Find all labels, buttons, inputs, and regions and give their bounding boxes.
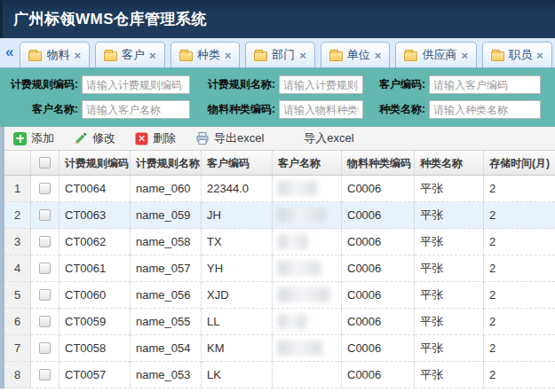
- filter-label: 计费规则名称:: [197, 77, 279, 92]
- material-category-code-input[interactable]: [279, 100, 363, 119]
- header-customer-code[interactable]: 客户编码: [202, 151, 273, 176]
- header-category-name[interactable]: 种类名称: [415, 151, 484, 176]
- cell-billing-rule-code: CT0061: [59, 255, 131, 282]
- row-number: 5: [4, 282, 31, 309]
- redacted-blur: [278, 208, 326, 223]
- filter-panel: 计费规则编码: 计费规则名称: 客户编码: 客户名称: 物料种类编码:: [0, 68, 555, 127]
- cell-material-category-code: C0006: [342, 229, 415, 255]
- collapse-tabs-icon[interactable]: «: [4, 39, 17, 67]
- close-tab-icon[interactable]: ×: [461, 49, 468, 62]
- tab-staff[interactable]: 职员 ×: [482, 42, 552, 67]
- table-row[interactable]: 1 CT0064 name_060 22344.0 C0006 平张 2: [4, 176, 555, 202]
- row-checkbox-cell: [31, 229, 59, 255]
- table-row-selected[interactable]: 2 CT0063 name_059 JH C0006 平张 2: [4, 202, 555, 229]
- cell-category-name: 平张: [415, 176, 484, 202]
- cell-storage-months: 2: [484, 229, 555, 255]
- tab-departments[interactable]: 部门 ×: [245, 42, 315, 67]
- row-checkbox[interactable]: [39, 209, 51, 221]
- row-checkbox[interactable]: [39, 183, 51, 194]
- folder-icon: [179, 51, 193, 61]
- table-row[interactable]: 7 CT0058 name_054 KM C0006 平张 2: [4, 335, 555, 362]
- table-row[interactable]: 6 CT0059 name_055 LL C0006 平张 2: [4, 309, 555, 335]
- cell-billing-rule-name: name_056: [131, 282, 202, 309]
- header-billing-rule-code[interactable]: 计费规则编码: [59, 151, 131, 176]
- filter-row-1: 计费规则编码: 计费规则名称: 客户编码:: [5, 75, 550, 94]
- cell-material-category-code: C0006: [342, 335, 415, 362]
- cell-storage-months: 2: [484, 362, 555, 388]
- row-checkbox-cell: [31, 255, 59, 282]
- row-number: 6: [4, 309, 31, 335]
- billing-rule-name-input[interactable]: [279, 75, 363, 94]
- category-name-input[interactable]: [429, 100, 541, 119]
- cell-storage-months: 2: [484, 255, 555, 282]
- tab-categories[interactable]: 种类 ×: [170, 42, 241, 67]
- customer-code-input[interactable]: [429, 75, 541, 94]
- cell-material-category-code: C0006: [342, 202, 415, 229]
- table-row[interactable]: 8 CT0057 name_053 LK C0006 平张 2: [4, 362, 555, 388]
- export-excel-button[interactable]: 导出excel: [195, 130, 264, 146]
- cell-category-name: 平张: [415, 255, 484, 282]
- cell-material-category-code: C0006: [342, 176, 415, 202]
- printer-icon: [195, 131, 210, 145]
- redacted-blur: [278, 287, 329, 302]
- row-checkbox[interactable]: [39, 369, 51, 380]
- close-tab-icon[interactable]: ×: [149, 49, 156, 62]
- cell-storage-months: 2: [484, 282, 555, 309]
- add-button[interactable]: 添加: [13, 130, 54, 146]
- row-checkbox[interactable]: [39, 263, 51, 274]
- cell-billing-rule-name: name_058: [131, 229, 202, 255]
- redacted-blur: [278, 234, 308, 249]
- select-all-checkbox[interactable]: [39, 157, 51, 169]
- row-checkbox-cell: [31, 176, 59, 202]
- cell-category-name: 平张: [415, 362, 484, 388]
- grid-panel: 添加 修改 ✕ 删除 导出excel: [0, 127, 555, 388]
- row-checkbox[interactable]: [39, 236, 51, 247]
- cell-customer-code: JH: [202, 202, 273, 229]
- grid-header-row: 计费规则编码 计费规则名称 客户编码 客户名称 物料种类编码 种类名称 存储时间…: [4, 151, 555, 176]
- import-excel-button[interactable]: 导入excel: [299, 130, 353, 146]
- header-material-category-code[interactable]: 物料种类编码: [342, 151, 415, 176]
- cell-storage-months: 2: [484, 309, 555, 335]
- delete-icon: ✕: [135, 132, 148, 145]
- header-storage-months[interactable]: 存储时间(月): [484, 151, 555, 176]
- tab-label: 部门: [272, 47, 295, 63]
- table-row[interactable]: 5 CT0060 name_056 XJD C0006 平张 2: [4, 282, 555, 309]
- tab-materials[interactable]: 物料 ×: [20, 42, 90, 67]
- row-number: 7: [4, 335, 31, 362]
- tab-customers[interactable]: 客户 ×: [95, 42, 165, 67]
- cell-customer-name-redacted: [273, 229, 342, 255]
- delete-button[interactable]: ✕ 删除: [135, 130, 176, 146]
- close-tab-icon[interactable]: ×: [536, 49, 543, 62]
- cell-billing-rule-code: CT0060: [59, 282, 131, 309]
- cell-billing-rule-code: CT0058: [59, 335, 131, 362]
- billing-rule-code-input[interactable]: [82, 75, 190, 94]
- cell-category-name: 平张: [415, 309, 484, 335]
- table-row[interactable]: 3 CT0062 name_058 TX C0006 平张 2: [4, 229, 555, 255]
- title-bar: 广州标领WMS仓库管理系统: [0, 0, 555, 38]
- close-tab-icon[interactable]: ×: [375, 49, 382, 62]
- tab-suppliers[interactable]: 供应商 ×: [395, 42, 477, 67]
- tab-label: 供应商: [422, 47, 456, 63]
- cell-material-category-code: C0006: [342, 282, 415, 309]
- row-checkbox[interactable]: [39, 316, 51, 327]
- header-customer-name[interactable]: 客户名称: [273, 151, 342, 176]
- export-excel-label: 导出excel: [214, 130, 264, 146]
- edit-button[interactable]: 修改: [74, 130, 115, 146]
- row-number: 8: [4, 362, 31, 388]
- filter-billing-rule-name: 计费规则名称:: [197, 75, 363, 94]
- tab-units[interactable]: 单位 ×: [321, 42, 391, 67]
- customer-name-input[interactable]: [82, 100, 190, 119]
- cell-billing-rule-name: name_059: [131, 202, 202, 229]
- row-checkbox[interactable]: [39, 289, 51, 301]
- header-billing-rule-name[interactable]: 计费规则名称: [131, 151, 202, 176]
- cell-customer-code: LL: [202, 309, 273, 335]
- filter-row-2: 客户名称: 物料种类编码: 种类名称:: [5, 100, 550, 119]
- close-tab-icon[interactable]: ×: [299, 49, 306, 62]
- close-tab-icon[interactable]: ×: [74, 49, 81, 62]
- close-tab-icon[interactable]: ×: [225, 49, 232, 62]
- redacted-blur: [278, 181, 317, 196]
- cell-customer-name-redacted: [273, 255, 342, 282]
- table-row[interactable]: 4 CT0061 name_057 YH C0006 平张 2: [4, 255, 555, 282]
- filter-material-category-code: 物料种类编码:: [197, 100, 363, 119]
- row-checkbox[interactable]: [39, 342, 51, 354]
